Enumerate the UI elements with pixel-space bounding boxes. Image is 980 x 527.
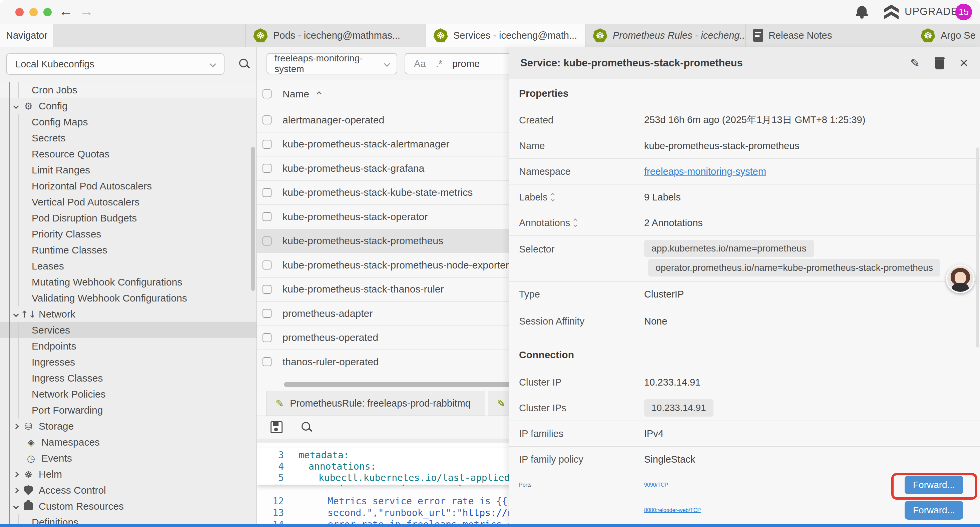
row-checkbox[interactable] xyxy=(262,212,272,221)
row-checkbox[interactable] xyxy=(262,188,272,197)
match-case-toggle[interactable]: Aa xyxy=(414,58,426,69)
sidebar-item-resource-quotas[interactable]: Resource Quotas xyxy=(0,146,256,162)
sidebar-item-network-policies[interactable]: Network Policies xyxy=(0,386,256,402)
minimize-window-button[interactable] xyxy=(29,8,38,16)
sidebar-item-vertical-pod-autoscalers[interactable]: Vertical Pod Autoscalers xyxy=(0,194,256,210)
sidebar-item-ingresses[interactable]: Ingresses xyxy=(0,354,256,370)
navigator-panel-tab[interactable]: Navigator xyxy=(0,24,53,47)
sidebar-scrollbar[interactable] xyxy=(251,147,255,291)
tab-3[interactable]: ☸Prometheus Rules - icecheng... xyxy=(585,24,746,47)
sidebar-item-runtime-classes[interactable]: Runtime Classes xyxy=(0,242,256,258)
property-label: Selector xyxy=(519,244,644,255)
editor-tab-prometheusrule[interactable]: ✎ PrometheusRule: freeleaps-prod-rabbitm… xyxy=(267,391,485,416)
section-heading: Properties xyxy=(509,79,980,107)
row-checkbox[interactable] xyxy=(262,164,272,173)
tree-guide-line xyxy=(9,82,10,524)
sidebar-search-icon[interactable] xyxy=(239,58,250,70)
namespace-link[interactable]: freeleaps-monitoring-system xyxy=(644,166,766,177)
document-icon xyxy=(753,29,763,42)
port-link[interactable]: 8080:reloader-web/TCP xyxy=(644,507,701,513)
delete-service-button[interactable] xyxy=(935,57,945,69)
assistant-avatar[interactable] xyxy=(946,264,975,293)
code-text: metadata: xyxy=(299,450,349,461)
sidebar-item-namespaces[interactable]: ◈Namespaces xyxy=(0,434,256,450)
row-checkbox[interactable] xyxy=(262,357,272,366)
sidebar-item-config-maps[interactable]: Config Maps xyxy=(0,114,256,130)
sidebar-item-events[interactable]: ◷Events xyxy=(0,450,256,466)
sidebar-item-label: Access Control xyxy=(39,485,106,496)
name-column-header[interactable]: Name xyxy=(283,88,309,100)
row-checkbox[interactable] xyxy=(262,236,272,245)
sidebar-item-limit-ranges[interactable]: Limit Ranges xyxy=(0,162,256,178)
port-link[interactable]: 9090/TCP xyxy=(644,482,668,488)
save-icon[interactable] xyxy=(270,421,283,433)
close-panel-button[interactable]: ✕ xyxy=(959,56,969,70)
back-button[interactable]: ← xyxy=(59,3,73,19)
sidebar-item-label: Namespaces xyxy=(41,436,100,448)
sidebar-item-mutating-webhook-configurations[interactable]: Mutating Webhook Configurations xyxy=(0,274,256,290)
detail-scrollbar[interactable] xyxy=(976,147,979,347)
chevron-down-icon[interactable] xyxy=(13,504,19,509)
sidebar-item-custom-resources[interactable]: Custom Resources xyxy=(0,498,256,514)
sidebar-item-access-control[interactable]: Access Control xyxy=(0,482,256,498)
sidebar-item-label: Pod Disruption Budgets xyxy=(32,212,137,224)
sidebar-item-network[interactable]: ↑↓Network xyxy=(0,306,256,322)
select-all-checkbox[interactable] xyxy=(262,89,272,99)
upgrade-button[interactable]: UPGRADE xyxy=(884,5,958,19)
close-window-button[interactable] xyxy=(15,8,24,16)
zoom-window-button[interactable] xyxy=(43,8,52,16)
shield-icon xyxy=(23,485,34,495)
namespace-select[interactable]: freeleaps-monitoring-system xyxy=(267,53,397,74)
sidebar-item-services[interactable]: Services xyxy=(0,322,256,338)
tab-4[interactable]: Release Notes xyxy=(746,24,913,47)
sidebar-item-ingress-classes[interactable]: Ingress Classes xyxy=(0,370,256,386)
editor-search-icon[interactable] xyxy=(301,421,313,433)
line-number: 13 xyxy=(257,507,284,518)
account-badge[interactable]: 15 xyxy=(955,4,972,20)
row-checkbox[interactable] xyxy=(262,115,272,124)
sidebar-item-helm[interactable]: ☸Helm xyxy=(0,466,256,482)
row-checkbox[interactable] xyxy=(262,261,272,269)
property-row: Namespacefreeleaps-monitoring-system xyxy=(509,159,980,184)
row-checkbox[interactable] xyxy=(262,285,272,294)
sidebar-item-secrets[interactable]: Secrets xyxy=(0,130,256,146)
tab-2[interactable]: ☸Services - icecheng@math...✕ xyxy=(426,24,585,47)
regex-toggle[interactable]: .* xyxy=(436,58,442,69)
chevron-right-icon[interactable] xyxy=(13,471,19,477)
chevron-right-icon[interactable] xyxy=(13,424,19,429)
row-checkbox[interactable] xyxy=(262,309,272,318)
tab-1[interactable]: ☸Pods - icecheng@mathmas... xyxy=(246,24,426,47)
tab-5[interactable]: ☸Argo Se xyxy=(913,24,980,47)
property-row: Session AffinityNone xyxy=(509,307,980,340)
row-checkbox[interactable] xyxy=(262,333,272,342)
sidebar-item-horizontal-pod-autoscalers[interactable]: Horizontal Pod Autoscalers xyxy=(0,178,256,194)
edit-service-button[interactable]: ✎ xyxy=(910,56,920,70)
sidebar-item-endpoints[interactable]: Endpoints xyxy=(0,338,256,354)
kubeconfig-select[interactable]: Local Kubeconfigs xyxy=(6,53,224,75)
service-name: kube-prometheus-stack-thanos-ruler xyxy=(283,283,444,295)
sidebar-item-config[interactable]: ⚙Config xyxy=(0,98,256,114)
sidebar-item-priority-classes[interactable]: Priority Classes xyxy=(0,226,256,242)
selector-chips: app.kubernetes.io/name=prometheusoperato… xyxy=(644,240,940,277)
sort-ascending-icon[interactable] xyxy=(317,91,322,97)
service-name: alertmanager-operated xyxy=(283,115,384,126)
forward-button[interactable]: Forward... xyxy=(905,501,963,520)
kubernetes-icon: ☸ xyxy=(593,29,608,42)
sidebar-item-pod-disruption-budgets[interactable]: Pod Disruption Budgets xyxy=(0,210,256,226)
forward-button[interactable]: → xyxy=(80,3,94,19)
notifications-bell-icon[interactable] xyxy=(856,5,868,19)
sort-toggle-icon[interactable] xyxy=(551,193,554,201)
sidebar-item-storage[interactable]: ⛁Storage xyxy=(0,418,256,434)
chevron-right-icon[interactable] xyxy=(13,488,19,493)
sidebar-item-definitions[interactable]: Definitions xyxy=(0,514,256,524)
chevron-down-icon[interactable] xyxy=(13,103,19,109)
row-checkbox[interactable] xyxy=(262,140,272,149)
sidebar-item-cron-jobs[interactable]: Cron Jobs xyxy=(0,82,256,98)
sidebar-item-leases[interactable]: Leases xyxy=(0,258,256,274)
sort-toggle-icon[interactable] xyxy=(574,219,577,226)
property-row: Selectorapp.kubernetes.io/name=prometheu… xyxy=(509,236,980,281)
sidebar-item-port-forwarding[interactable]: Port Forwarding xyxy=(0,402,256,418)
sidebar-item-label: Mutating Webhook Configurations xyxy=(32,277,182,288)
chevron-down-icon[interactable] xyxy=(13,312,19,317)
sidebar-item-validating-webhook-configurations[interactable]: Validating Webhook Configurations xyxy=(0,290,256,306)
